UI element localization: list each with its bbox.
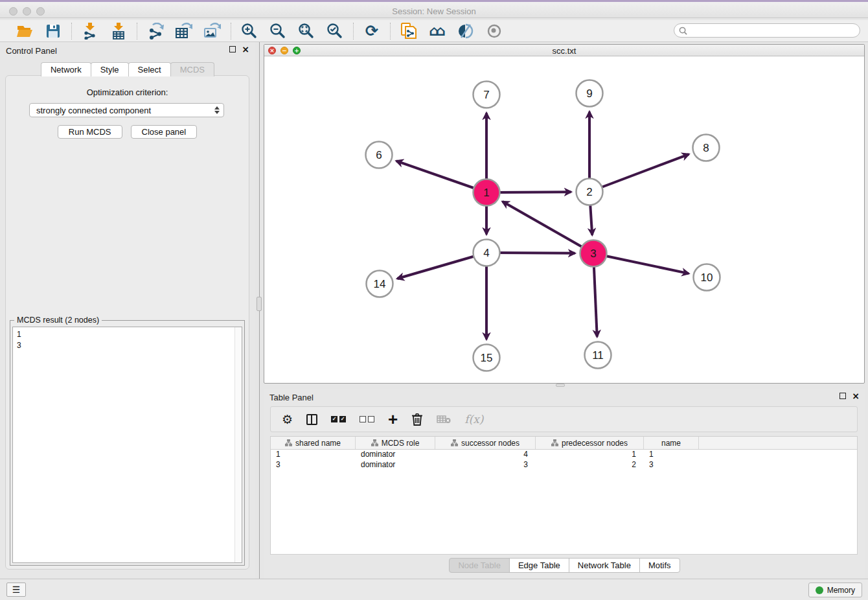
graph-node-9[interactable]: 9: [577, 80, 603, 107]
dropdown-arrows-icon: [214, 106, 220, 114]
search-field[interactable]: [674, 23, 860, 38]
graph-edge-3-10[interactable]: [593, 253, 689, 273]
graph-edge-3-1[interactable]: [503, 202, 593, 253]
title-bar: Session: New Session: [0, 0, 868, 18]
memory-status-icon: [816, 586, 823, 594]
graph-node-2[interactable]: 2: [577, 179, 603, 205]
show-hide-style-icon[interactable]: [457, 22, 475, 40]
float-table-panel-icon[interactable]: [839, 393, 846, 399]
tab-network-table[interactable]: Network Table: [569, 558, 640, 573]
list-icon: ☰: [12, 584, 21, 595]
close-panel-icon[interactable]: ×: [242, 46, 249, 52]
svg-text:3: 3: [590, 248, 596, 260]
column-header-name[interactable]: name: [644, 437, 699, 449]
network-window-titlebar[interactable]: × − + scc.txt: [264, 45, 864, 56]
table-row[interactable]: 3dominator323: [271, 460, 857, 470]
eye-icon[interactable]: [485, 22, 503, 40]
node-table: shared name MCDS role successor nodes pr…: [270, 436, 858, 555]
save-session-icon[interactable]: [44, 22, 62, 40]
table-body: 1dominator4113dominator323: [271, 450, 857, 470]
layout-home-icon[interactable]: ⌂⌂: [428, 22, 446, 40]
export-network-icon[interactable]: [146, 22, 165, 40]
tab-motifs[interactable]: Motifs: [639, 558, 680, 573]
open-session-icon[interactable]: [16, 22, 34, 40]
import-table-icon[interactable]: [109, 22, 128, 40]
graph-node-11[interactable]: 11: [585, 342, 611, 369]
graph-node-10[interactable]: 10: [694, 264, 720, 291]
panel-splitter[interactable]: [255, 42, 264, 579]
table-toolbar: ⚙ ✓✓ + f(x): [270, 406, 858, 432]
column-header-predecessor-nodes[interactable]: predecessor nodes: [536, 437, 644, 449]
svg-text:8: 8: [703, 142, 709, 154]
close-panel-button[interactable]: Close panel: [131, 125, 198, 139]
table-tabs: Node TableEdge TableNetwork TableMotifs: [264, 558, 865, 573]
svg-text:1: 1: [483, 187, 489, 199]
tab-style[interactable]: Style: [91, 62, 129, 76]
search-input[interactable]: [687, 26, 860, 35]
control-panel-tabs: NetworkStyleSelectMCDS: [0, 62, 255, 76]
tab-network[interactable]: Network: [41, 62, 91, 76]
column-visibility-icon[interactable]: [306, 411, 317, 427]
optimization-criterion-label: Optimization criterion:: [6, 87, 249, 97]
graph-node-14[interactable]: 14: [367, 271, 393, 297]
zoom-fit-icon[interactable]: [297, 22, 315, 40]
tab-mcds[interactable]: MCDS: [170, 62, 214, 76]
graph-edge-2-8[interactable]: [589, 154, 689, 192]
graph-node-15[interactable]: 15: [474, 345, 500, 371]
status-bar: ☰ Memory: [0, 579, 868, 600]
criterion-dropdown[interactable]: strongly connected component: [29, 103, 224, 117]
svg-text:15: 15: [481, 352, 493, 364]
result-scrollbar[interactable]: [234, 327, 242, 562]
run-mcds-button[interactable]: Run MCDS: [58, 125, 122, 139]
delete-table-icon: [437, 411, 451, 427]
zoom-out-icon[interactable]: [269, 22, 287, 40]
network-canvas[interactable]: 7968124314101511: [264, 56, 864, 382]
column-type-icon: [371, 439, 378, 446]
deselect-all-rows-icon[interactable]: [360, 411, 374, 427]
tab-node-table[interactable]: Node Table: [449, 558, 510, 573]
column-type-icon: [451, 439, 458, 446]
search-icon: [679, 27, 687, 35]
refresh-view-icon[interactable]: ⟳: [363, 22, 381, 40]
tab-edge-table[interactable]: Edge Table: [509, 558, 569, 573]
zoom-selected-icon[interactable]: [326, 22, 344, 40]
column-header-mcds-role[interactable]: MCDS role: [356, 437, 435, 449]
export-image-icon[interactable]: [203, 22, 222, 40]
graph-node-4[interactable]: 4: [474, 240, 500, 266]
svg-text:7: 7: [483, 89, 489, 101]
svg-text:4: 4: [483, 247, 489, 259]
mcds-panel: Optimization criterion: strongly connect…: [5, 75, 249, 570]
svg-text:11: 11: [592, 349, 604, 362]
graph-edge-1-6[interactable]: [396, 161, 486, 192]
network-canvas-svg: 7968124314101511: [264, 56, 864, 382]
graph-node-6[interactable]: 6: [366, 142, 393, 168]
close-table-panel-icon[interactable]: ×: [852, 393, 860, 399]
svg-text:6: 6: [376, 149, 382, 161]
svg-text:9: 9: [586, 87, 592, 100]
graph-node-3[interactable]: 3: [580, 240, 607, 267]
horizontal-splitter-grip[interactable]: [556, 384, 565, 387]
clone-network-icon[interactable]: [400, 22, 418, 40]
column-header-successor-nodes[interactable]: successor nodes: [435, 437, 536, 449]
export-table-icon[interactable]: [175, 22, 193, 40]
memory-label: Memory: [827, 586, 855, 595]
memory-button[interactable]: Memory: [808, 583, 862, 597]
table-row[interactable]: 1dominator411: [271, 450, 857, 460]
graph-node-7[interactable]: 7: [474, 82, 500, 108]
table-settings-gear-icon[interactable]: ⚙: [282, 411, 293, 427]
splitter-grip[interactable]: [257, 297, 262, 311]
graph-node-8[interactable]: 8: [693, 135, 720, 161]
add-column-icon[interactable]: +: [388, 411, 398, 427]
column-header-shared-name[interactable]: shared name: [271, 437, 356, 449]
mcds-result-area[interactable]: 1 3: [12, 327, 242, 563]
graph-node-1[interactable]: 1: [474, 179, 500, 206]
mcds-result-group: MCDS result (2 nodes) 1 3: [10, 320, 245, 566]
import-network-icon[interactable]: [81, 22, 99, 40]
zoom-in-icon[interactable]: [240, 22, 258, 40]
select-all-rows-icon[interactable]: ✓✓: [331, 411, 346, 427]
tab-select[interactable]: Select: [128, 62, 171, 76]
delete-column-icon[interactable]: [411, 411, 423, 427]
task-history-button[interactable]: ☰: [6, 583, 26, 597]
table-panel: Table Panel × ⚙ ✓✓ + f(x): [264, 389, 865, 579]
float-panel-icon[interactable]: [229, 46, 236, 52]
